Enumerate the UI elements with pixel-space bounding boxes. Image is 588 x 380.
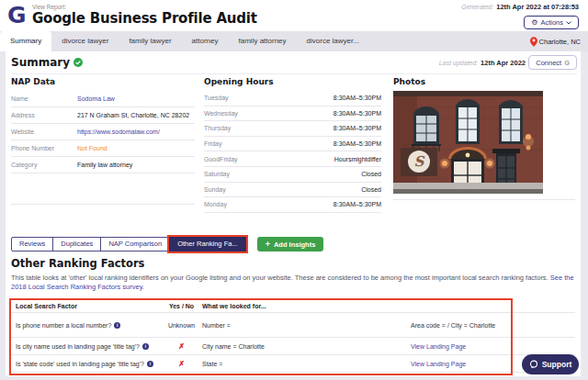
hours-row: SundayClosed [204,183,381,198]
info-icon[interactable]: i [114,322,120,329]
business-website-link[interactable]: https://www.sodomalaw.com/ [77,129,195,135]
photos-section: Photos [393,77,575,200]
hours-day: GoodFriday [204,156,334,162]
add-insights-button[interactable]: + Add Insights [257,237,324,251]
table-header-row: Local Search Factor Yes / No What we loo… [9,299,575,313]
view-report-label: View Report: [32,4,66,10]
tab-divorce-lawyer-2[interactable]: divorce lawyer... [297,31,369,51]
generated-label: Generated: [461,4,493,10]
summary-heading: Summary [11,56,70,69]
hours-day: Wednesday [204,110,334,117]
opening-hours-section: Opening Hours Tuesday8:30AM–5:30PM Wedne… [204,77,381,213]
business-category: Family law attorney [77,162,195,168]
brand-g-logo-icon: G [7,2,27,29]
subtab-duplicates[interactable]: Duplicates [52,237,101,251]
chevron-down-icon [566,21,571,25]
hours-day: Sunday [204,186,361,193]
hours-value: Closed [361,171,381,177]
nap-label: Category [11,162,77,168]
nap-label: Address [11,112,77,118]
subtab-nap-comparison[interactable]: NAP Comparison [100,237,170,251]
view-landing-page-link[interactable]: View Landing Page [400,343,575,350]
looked-for-value: City name = Charlotte [202,343,400,350]
subtab-other-ranking-factors[interactable]: Other Ranking Fa... [169,237,245,251]
detail-value: Area code = / City = Charlotte [400,322,575,329]
result-unknown: Unknown [161,322,202,329]
factor-label: Is 'state code' used in landing page 'ti… [16,361,144,367]
google-business-profile-audit-page: G View Report: Google Business Profile A… [0,0,588,380]
hours-day: Monday [204,201,334,207]
nap-section-bottom-rule [11,173,195,205]
hours-row: Friday8:30AM–5:30PM [204,137,381,152]
local-search-factors-table: Local Search Factor Yes / No What we loo… [9,299,575,373]
top-bar: G View Report: Google Business Profile A… [0,0,588,31]
hours-value: 8:30AM–5:30PM [334,110,381,117]
location-selector[interactable]: Charlotte, NC [530,31,581,51]
hours-value: Hoursmightdiffer [334,156,381,162]
location-pin-icon [530,37,537,47]
summary-heading-row: Summary [11,56,83,69]
info-icon[interactable]: i [142,343,149,350]
other-ranking-factors-description: This table looks at 'other' local rankin… [11,274,575,292]
cross-mark-icon: ✗ [161,360,202,368]
tab-summary[interactable]: Summary [0,31,51,51]
nap-row-address: Address 217 N Graham St, Charlotte, NC 2… [11,107,195,124]
table-row: Is 'state code' used in landing page 'ti… [9,355,575,373]
hours-row: Wednesday8:30AM–5:30PM [204,106,381,122]
actions-button[interactable]: ⚙ Actions [524,16,579,29]
looked-for-value: Number = [202,322,400,329]
hours-row: GoodFridayHoursmightdiffer [204,151,381,167]
subtab-reviews[interactable]: Reviews [11,237,53,251]
table-row: Is phone number a local number?i Unknown… [9,313,575,338]
page-title: Google Business Profile Audit [32,10,257,27]
hours-value: 8:30AM–5:30PM [334,125,381,131]
description-text: This table looks at 'other' local rankin… [11,274,550,282]
hours-day: Friday [204,140,334,147]
hours-day: Thursday [204,125,334,131]
tab-family-attorney[interactable]: family attorney [229,31,297,51]
last-updated-value: 12th Apr 2022 [481,59,526,67]
hours-day: Tuesday [204,95,334,101]
column-header-factor: Local Search Factor [9,303,161,309]
nap-row-name: Name Sodoma Law [11,91,195,107]
nap-row-website: Website https://www.sodomalaw.com/ [11,124,195,140]
factor-label: Is city name used in landing page 'title… [16,343,140,350]
hours-value: 8:30AM–5:30PM [334,95,381,101]
tab-family-lawyer[interactable]: family lawyer [119,31,181,51]
looked-for-value: State = [202,361,400,367]
nap-row-category: Category Family law attorney [11,157,195,173]
hours-value: 8:30AM–5:30PM [334,201,381,207]
tab-attorney[interactable]: attorney [182,31,229,51]
phone-not-found-value: Not Found [77,145,195,151]
actions-button-label: Actions [540,18,563,27]
support-button-label: Support [542,360,572,369]
photos-heading: Photos [393,77,575,86]
opening-hours-heading: Opening Hours [204,77,381,86]
connect-button-label: Connect [536,59,561,67]
column-header-looked-for: What we looked for... [202,303,400,309]
business-address: 217 N Graham St, Charlotte, NC 28202 [77,112,195,118]
support-button[interactable]: Support [522,354,579,374]
nap-label: Name [11,95,77,102]
info-icon[interactable]: i [147,361,153,367]
nap-data-section: NAP Data Name Sodoma Law Address 217 N G… [11,77,195,205]
hours-day: Saturday [204,171,361,177]
other-ranking-factors-heading: Other Ranking Factors [11,257,144,270]
nap-label: Website [11,129,77,135]
cross-mark-icon: ✗ [161,342,202,351]
hours-row: Thursday8:30AM–5:30PM [204,121,381,137]
hours-row: SaturdayClosed [204,167,381,183]
business-photo[interactable]: S [393,91,543,194]
hours-value: 8:30AM–5:30PM [334,140,381,147]
last-updated-label: Last updated: [439,60,478,66]
hours-row: Monday8:30AM–5:30PM [204,197,381,213]
connect-google-button[interactable]: Connect G [528,55,577,70]
last-updated: Last updated:12th Apr 2022 [439,59,526,67]
summary-divider [11,73,577,74]
location-label: Charlotte, NC [539,38,581,46]
column-header-yes-no: Yes / No [161,303,202,309]
table-row: Is city name used in landing page 'title… [9,338,575,355]
tab-divorce-lawyer[interactable]: divorce lawyer [51,31,119,51]
business-name-link[interactable]: Sodoma Law [77,95,195,102]
nap-data-heading: NAP Data [11,77,195,86]
